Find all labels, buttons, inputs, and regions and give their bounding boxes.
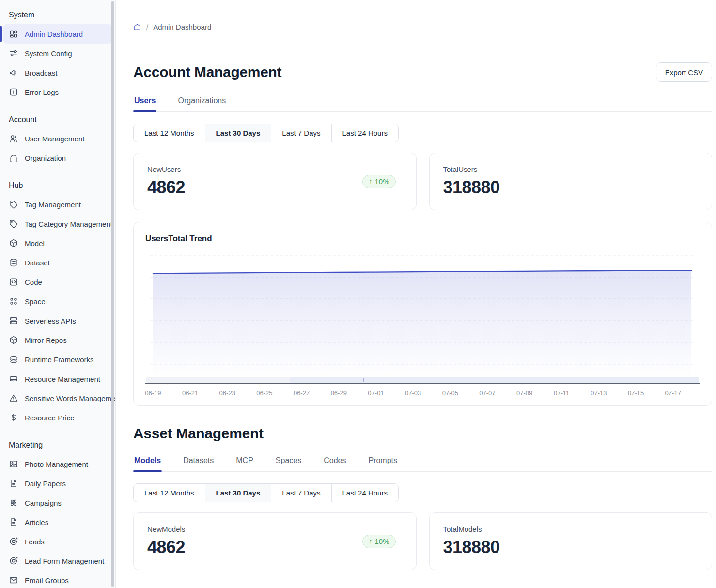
arrow-up-icon: ↑ bbox=[369, 537, 372, 545]
sidebar-item-broadcast[interactable]: Broadcast bbox=[0, 63, 115, 82]
sidebar-item-label: Tag Management bbox=[25, 201, 81, 209]
range-last-24-hours[interactable]: Last 24 Hours bbox=[332, 484, 398, 502]
sidebar-item-label: Photo Management bbox=[25, 460, 88, 468]
megaphone-icon bbox=[9, 68, 18, 77]
code-icon bbox=[9, 277, 18, 287]
dashboard-icon bbox=[9, 29, 18, 39]
sidebar-item-runtime-frameworks[interactable]: Runtime Frameworks bbox=[0, 350, 115, 369]
x-axis-tick-label: 07-09 bbox=[516, 389, 532, 397]
stat-card-totalmodels: TotalModels318880 bbox=[429, 512, 713, 570]
sidebar-item-label: Tag Category Management bbox=[25, 220, 112, 228]
sidebar-section-marketing: MarketingPhoto ManagementDaily PapersCam… bbox=[0, 439, 115, 588]
breadcrumb-current: Admin Dashboard bbox=[153, 23, 211, 31]
stat-card-totalusers: TotalUsers318880 bbox=[429, 153, 713, 210]
tab-organizations[interactable]: Organizations bbox=[177, 96, 227, 111]
sidebar-item-sensitive-words-management[interactable]: Sensitive Words Management bbox=[0, 388, 115, 408]
breadcrumb: / Admin Dashboard bbox=[133, 0, 712, 31]
active-indicator bbox=[0, 26, 2, 42]
app-root: SystemAdmin DashboardSystem ConfigBroadc… bbox=[0, 0, 716, 588]
sliders-icon bbox=[9, 48, 18, 58]
home-icon[interactable] bbox=[133, 23, 141, 31]
sidebar-item-label: Resource Price bbox=[25, 414, 75, 422]
sidebar-item-label: Admin Dashboard bbox=[25, 30, 83, 38]
sidebar-item-serverless-apis[interactable]: Serverless APIs bbox=[0, 311, 115, 330]
sidebar: SystemAdmin DashboardSystem ConfigBroadc… bbox=[0, 0, 116, 588]
tab-datasets[interactable]: Datasets bbox=[182, 456, 215, 471]
chart-x-axis-labels: 06-1906-2106-2306-2506-2706-2907-0107-03… bbox=[145, 385, 700, 399]
sidebar-item-space[interactable]: Space bbox=[0, 292, 115, 311]
tab-prompts[interactable]: Prompts bbox=[367, 456, 398, 471]
growth-badge: ↑10% bbox=[362, 175, 395, 188]
image-icon bbox=[9, 459, 18, 469]
range-last-12-months[interactable]: Last 12 Months bbox=[134, 124, 205, 142]
sidebar-item-mirror-repos[interactable]: Mirror Repos bbox=[0, 330, 115, 350]
tab-codes[interactable]: Codes bbox=[323, 456, 347, 471]
cube-icon bbox=[9, 238, 18, 248]
tag-icon bbox=[9, 219, 18, 229]
x-axis-tick-label: 06-21 bbox=[182, 389, 198, 397]
sidebar-section-header: Marketing bbox=[0, 439, 115, 451]
sidebar-item-dataset[interactable]: Dataset bbox=[0, 253, 115, 272]
sidebar-item-label: Dataset bbox=[25, 259, 50, 267]
asset-tabs: ModelsDatasetsMCPSpacesCodesPrompts bbox=[133, 456, 712, 472]
sidebar-section-system: SystemAdmin DashboardSystem ConfigBroadc… bbox=[0, 9, 115, 102]
target-icon bbox=[9, 556, 18, 566]
users-total-trend-card: UsersTotal Trend 06-1906-2106-2306-2506-… bbox=[133, 222, 712, 406]
asset-time-range-selector: Last 12 MonthsLast 30 DaysLast 7 DaysLas… bbox=[133, 483, 399, 502]
sidebar-item-leads[interactable]: Leads bbox=[0, 532, 115, 551]
export-csv-button[interactable]: Export CSV bbox=[656, 62, 712, 82]
sidebar-item-resource-price[interactable]: Resource Price bbox=[0, 408, 115, 427]
dots-grid-icon bbox=[9, 296, 18, 306]
tab-mcp[interactable]: MCP bbox=[235, 456, 254, 471]
sidebar-item-resource-management[interactable]: Resource Management bbox=[0, 369, 115, 388]
sidebar-scrollbar[interactable] bbox=[111, 1, 114, 587]
stat-card-label: NewModels bbox=[147, 525, 403, 533]
range-last-7-days[interactable]: Last 7 Days bbox=[271, 484, 331, 502]
sidebar-item-organization[interactable]: Organization bbox=[0, 148, 115, 168]
sidebar-item-model[interactable]: Model bbox=[0, 233, 115, 253]
range-last-12-months[interactable]: Last 12 Months bbox=[134, 484, 205, 502]
sidebar-item-email-groups[interactable]: Email Groups bbox=[0, 571, 115, 588]
datazoom-handle[interactable] bbox=[362, 378, 366, 382]
range-last-24-hours[interactable]: Last 24 Hours bbox=[332, 124, 398, 142]
sidebar-item-articles[interactable]: Articles bbox=[0, 512, 115, 532]
sidebar-item-user-management[interactable]: User Management bbox=[0, 129, 115, 148]
sidebar-item-tag-category-management[interactable]: Tag Category Management bbox=[0, 214, 115, 233]
account-management-section: Account Management Export CSV UsersOrgan… bbox=[133, 62, 712, 406]
tab-spaces[interactable]: Spaces bbox=[275, 456, 302, 471]
sidebar-item-error-logs[interactable]: Error Logs bbox=[0, 82, 115, 102]
sidebar-item-label: Articles bbox=[25, 518, 48, 526]
sidebar-section-header: Hub bbox=[0, 179, 115, 192]
tab-users[interactable]: Users bbox=[133, 96, 156, 111]
growth-badge-text: 10% bbox=[374, 177, 389, 186]
account-tabs: UsersOrganizations bbox=[133, 96, 712, 112]
tab-models[interactable]: Models bbox=[133, 456, 162, 471]
chart-datazoom-slider[interactable] bbox=[146, 377, 699, 383]
sidebar-nav: SystemAdmin DashboardSystem ConfigBroadc… bbox=[0, 9, 115, 588]
sidebar-item-campaigns[interactable]: Campaigns bbox=[0, 493, 115, 512]
layers-icon bbox=[9, 355, 18, 364]
sidebar-item-code[interactable]: Code bbox=[0, 272, 115, 292]
sidebar-item-photo-management[interactable]: Photo Management bbox=[0, 454, 115, 474]
database-icon bbox=[9, 258, 18, 267]
sidebar-item-label: Lead Form Management bbox=[25, 557, 104, 565]
sidebar-item-label: Space bbox=[25, 297, 46, 306]
sidebar-item-daily-papers[interactable]: Daily Papers bbox=[0, 474, 115, 493]
range-last-30-days[interactable]: Last 30 Days bbox=[205, 484, 272, 502]
sidebar-section-hub: HubTag ManagementTag Category Management… bbox=[0, 179, 115, 427]
target-icon bbox=[9, 537, 18, 546]
sidebar-item-lead-form-management[interactable]: Lead Form Management bbox=[0, 551, 115, 571]
stat-card-label: NewUsers bbox=[147, 165, 403, 173]
range-last-30-days[interactable]: Last 30 Days bbox=[205, 124, 272, 142]
dollar-icon bbox=[9, 413, 18, 422]
sidebar-item-label: Organization bbox=[25, 154, 66, 162]
sidebar-item-admin-dashboard[interactable]: Admin Dashboard bbox=[3, 24, 112, 44]
x-axis-tick-label: 07-15 bbox=[628, 389, 644, 397]
sidebar-item-tag-management[interactable]: Tag Management bbox=[0, 195, 115, 214]
chart-x-axis-line bbox=[145, 383, 700, 384]
sidebar-item-system-config[interactable]: System Config bbox=[0, 44, 115, 63]
range-last-7-days[interactable]: Last 7 Days bbox=[271, 124, 331, 142]
x-axis-tick-label: 06-23 bbox=[219, 389, 235, 397]
x-axis-tick-label: 06-19 bbox=[145, 389, 161, 397]
account-time-range-selector: Last 12 MonthsLast 30 DaysLast 7 DaysLas… bbox=[133, 124, 399, 142]
